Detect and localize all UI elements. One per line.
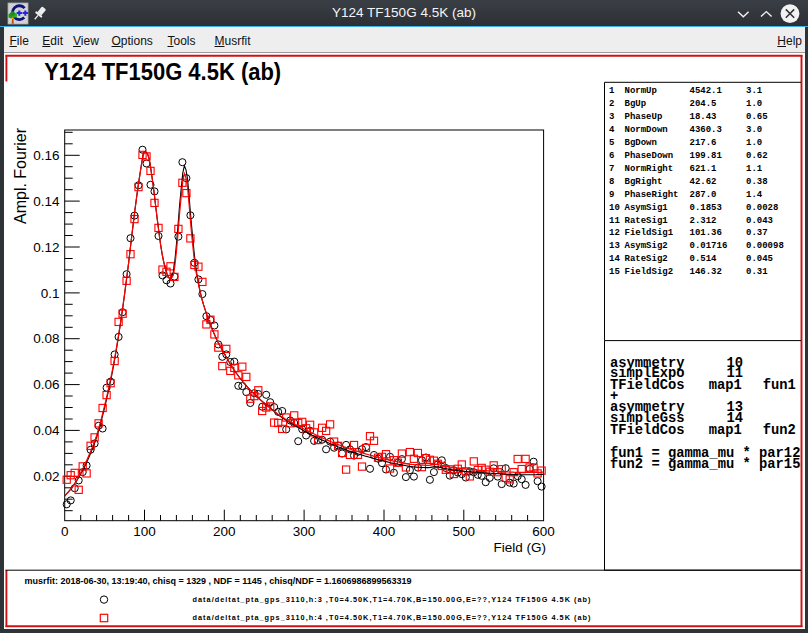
svg-text:0.08: 0.08	[33, 331, 59, 346]
svg-text:7: 7	[609, 164, 614, 174]
svg-text:8: 8	[609, 177, 614, 187]
svg-text:11: 11	[609, 216, 620, 226]
svg-text:101.36: 101.36	[690, 228, 722, 238]
svg-text:0.16: 0.16	[33, 148, 59, 163]
svg-text:0.37: 0.37	[746, 228, 768, 238]
svg-text:2.312: 2.312	[690, 216, 717, 226]
svg-text:0.0028: 0.0028	[746, 203, 778, 213]
svg-text:musrfit: 2018-06-30, 13:19:40,: musrfit: 2018-06-30, 13:19:40, chisq = 1…	[25, 575, 412, 586]
svg-text:204.5: 204.5	[690, 99, 717, 109]
svg-text:4360.3: 4360.3	[690, 125, 722, 135]
svg-text:1.0: 1.0	[746, 138, 762, 148]
svg-text:0.01716: 0.01716	[690, 241, 728, 251]
svg-text:PhaseUp: PhaseUp	[625, 112, 663, 122]
svg-text:3.0: 3.0	[746, 125, 762, 135]
svg-text:Field (G): Field (G)	[493, 540, 546, 555]
svg-text:0.38: 0.38	[746, 177, 768, 187]
svg-text:RateSig1: RateSig1	[625, 216, 669, 226]
svg-text:RateSig2: RateSig2	[625, 254, 668, 264]
svg-text:0.62: 0.62	[746, 151, 768, 161]
svg-text:map1: map1	[709, 378, 742, 393]
svg-text:PhaseDown: PhaseDown	[625, 151, 674, 161]
svg-text:1: 1	[609, 86, 615, 96]
svg-text:0.1853: 0.1853	[690, 203, 722, 213]
svg-text:TFieldCos: TFieldCos	[610, 378, 685, 393]
svg-text:NormRight: NormRight	[625, 164, 674, 174]
svg-text:10: 10	[609, 203, 620, 213]
svg-text:3: 3	[609, 112, 614, 122]
svg-text:3.1: 3.1	[746, 86, 763, 96]
svg-text:data/deltat_pta_gps_3110,h:3 ,: data/deltat_pta_gps_3110,h:3 ,T0=4.50K,T…	[193, 595, 592, 604]
svg-text:18.43: 18.43	[690, 112, 717, 122]
svg-text:1.0: 1.0	[746, 99, 762, 109]
svg-text:621.1: 621.1	[690, 164, 718, 174]
svg-text:0.31: 0.31	[746, 267, 768, 277]
svg-text:0.14: 0.14	[33, 194, 60, 209]
svg-text:FieldSig1: FieldSig1	[625, 228, 674, 238]
svg-text:400: 400	[373, 524, 396, 539]
svg-text:15: 15	[609, 267, 620, 277]
svg-text:0: 0	[61, 524, 69, 539]
svg-text:12: 12	[609, 228, 620, 238]
svg-text:0.04: 0.04	[33, 423, 60, 438]
svg-text:Y124 TF150G 4.5K (ab): Y124 TF150G 4.5K (ab)	[44, 58, 281, 85]
svg-text:287.0: 287.0	[690, 190, 717, 200]
svg-text:fun2 = gamma_mu * par15: fun2 = gamma_mu * par15	[610, 457, 800, 472]
svg-text:0.12: 0.12	[33, 240, 59, 255]
svg-text:1.4: 1.4	[746, 190, 763, 200]
svg-text:1.1: 1.1	[746, 164, 763, 174]
svg-text:TFieldCos: TFieldCos	[610, 423, 685, 438]
svg-text:0.02: 0.02	[33, 469, 59, 484]
svg-text:200: 200	[213, 524, 236, 539]
svg-text:0.65: 0.65	[746, 112, 768, 122]
svg-text:13: 13	[609, 241, 620, 251]
svg-text:500: 500	[453, 524, 476, 539]
svg-text:fun1: fun1	[763, 378, 796, 393]
svg-text:NormUp: NormUp	[625, 86, 657, 96]
svg-text:4542.1: 4542.1	[690, 86, 723, 96]
svg-text:42.62: 42.62	[690, 177, 717, 187]
svg-text:BgUp: BgUp	[625, 99, 647, 109]
svg-text:Ampl. Fourier: Ampl. Fourier	[12, 127, 29, 224]
svg-text:600: 600	[532, 524, 555, 539]
svg-text:0.045: 0.045	[746, 254, 773, 264]
svg-text:6: 6	[609, 151, 614, 161]
svg-text:4: 4	[609, 125, 615, 135]
svg-text:100: 100	[133, 524, 156, 539]
svg-text:0.00098: 0.00098	[746, 241, 784, 251]
svg-text:14: 14	[609, 254, 620, 264]
svg-text:2: 2	[609, 99, 614, 109]
svg-text:5: 5	[609, 138, 614, 148]
svg-text:AsymSig2: AsymSig2	[625, 241, 668, 251]
svg-text:PhaseRight: PhaseRight	[625, 190, 679, 200]
svg-text:217.6: 217.6	[690, 138, 717, 148]
svg-text:0.514: 0.514	[690, 254, 718, 264]
svg-text:0.1: 0.1	[41, 286, 60, 301]
svg-text:BgDown: BgDown	[625, 138, 657, 148]
svg-text:0.043: 0.043	[746, 216, 773, 226]
svg-text:FieldSig2: FieldSig2	[625, 267, 674, 277]
svg-text:199.81: 199.81	[690, 151, 723, 161]
svg-text:BgRight: BgRight	[625, 177, 663, 187]
svg-text:0.06: 0.06	[33, 377, 59, 392]
svg-text:data/deltat_pta_gps_3110,h:4 ,: data/deltat_pta_gps_3110,h:4 ,T0=4.50K,T…	[193, 613, 592, 622]
svg-text:9: 9	[609, 190, 614, 200]
svg-text:300: 300	[293, 524, 316, 539]
svg-text:fun2: fun2	[763, 423, 796, 438]
svg-text:146.32: 146.32	[690, 267, 722, 277]
svg-text:NormDown: NormDown	[625, 125, 668, 135]
svg-text:AsymSig1: AsymSig1	[625, 203, 669, 213]
svg-text:map1: map1	[709, 423, 742, 438]
